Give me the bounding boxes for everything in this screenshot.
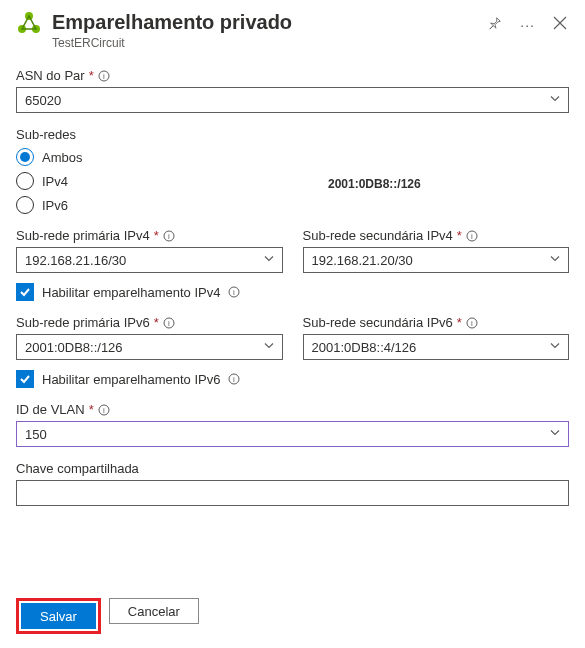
ipv4-primary-label: Sub-rede primária IPv4 <box>16 228 150 243</box>
required-asterisk: * <box>154 315 159 330</box>
svg-text:i: i <box>103 406 105 415</box>
required-asterisk: * <box>89 68 94 83</box>
ipv4-secondary-input[interactable] <box>303 247 570 273</box>
radio-ipv4-label: IPv4 <box>42 174 68 189</box>
ipv6-secondary-label: Sub-rede secundária IPv6 <box>303 315 453 330</box>
page-subtitle: TestERCircuit <box>52 36 476 50</box>
info-icon[interactable]: i <box>228 286 240 298</box>
vlan-section: ID de VLAN * i <box>16 402 569 447</box>
radio-both-label: Ambos <box>42 150 82 165</box>
enable-ipv6-checkbox[interactable] <box>16 370 34 388</box>
enable-ipv6-label: Habilitar emparelhamento IPv6 <box>42 372 220 387</box>
shared-key-section: Chave compartilhada <box>16 461 569 506</box>
info-icon[interactable]: i <box>228 373 240 385</box>
ipv4-primary-input[interactable] <box>16 247 283 273</box>
vlan-label: ID de VLAN <box>16 402 85 417</box>
asn-label: ASN do Par <box>16 68 85 83</box>
asn-input[interactable] <box>16 87 569 113</box>
svg-text:i: i <box>168 319 170 328</box>
radio-ipv4[interactable] <box>16 172 34 190</box>
svg-text:i: i <box>471 232 473 241</box>
enable-ipv4-label: Habilitar emparelhamento IPv4 <box>42 285 220 300</box>
required-asterisk: * <box>457 228 462 243</box>
peering-icon <box>16 10 42 39</box>
svg-text:i: i <box>103 72 105 81</box>
pin-button[interactable] <box>486 14 504 35</box>
subnets-label: Sub-redes <box>16 127 76 142</box>
required-asterisk: * <box>89 402 94 417</box>
ipv6-primary-label: Sub-rede primária IPv6 <box>16 315 150 330</box>
ipv6-secondary-input[interactable] <box>303 334 570 360</box>
info-icon[interactable]: i <box>163 317 175 329</box>
info-icon[interactable]: i <box>466 317 478 329</box>
radio-both[interactable] <box>16 148 34 166</box>
ipv6-primary-input[interactable] <box>16 334 283 360</box>
svg-text:i: i <box>471 319 473 328</box>
ipv4-secondary-label: Sub-rede secundária IPv4 <box>303 228 453 243</box>
floating-text: 2001:0DB8::/126 <box>328 177 421 191</box>
info-icon[interactable]: i <box>163 230 175 242</box>
info-icon[interactable]: i <box>98 404 110 416</box>
svg-text:i: i <box>234 375 236 384</box>
ipv4-section: Sub-rede primária IPv4 * i Sub-rede secu… <box>16 228 569 301</box>
subnets-section: Sub-redes Ambos IPv4 IPv6 2001:0DB8::/12… <box>16 127 569 214</box>
required-asterisk: * <box>154 228 159 243</box>
close-button[interactable] <box>551 14 569 35</box>
svg-text:i: i <box>168 232 170 241</box>
asn-section: ASN do Par * i <box>16 68 569 113</box>
svg-text:i: i <box>234 288 236 297</box>
radio-ipv6[interactable] <box>16 196 34 214</box>
info-icon[interactable]: i <box>98 70 110 82</box>
shared-key-input[interactable] <box>16 480 569 506</box>
info-icon[interactable]: i <box>466 230 478 242</box>
ipv6-section: Sub-rede primária IPv6 * i Sub-rede secu… <box>16 315 569 388</box>
enable-ipv4-checkbox[interactable] <box>16 283 34 301</box>
vlan-input[interactable] <box>16 421 569 447</box>
page-title: Emparelhamento privado <box>52 10 476 34</box>
more-button[interactable]: ··· <box>518 15 537 35</box>
shared-key-label: Chave compartilhada <box>16 461 139 476</box>
blade-header: Emparelhamento privado TestERCircuit ··· <box>16 10 569 50</box>
radio-ipv6-label: IPv6 <box>42 198 68 213</box>
required-asterisk: * <box>457 315 462 330</box>
